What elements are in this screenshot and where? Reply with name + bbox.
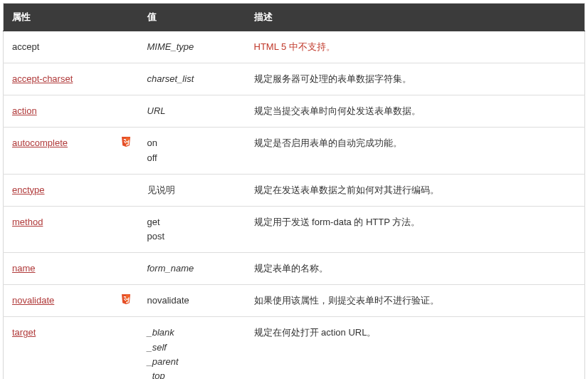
- attr-link-name[interactable]: name: [12, 263, 36, 274]
- attr-cell: accept-charset: [4, 63, 139, 95]
- attr-link-autocomplete[interactable]: autocomplete: [12, 137, 68, 148]
- attr-link-novalidate[interactable]: novalidate: [12, 295, 54, 306]
- attributes-table: 属性 值 描述 acceptMIME_typeHTML 5 中不支持。accep…: [3, 3, 585, 379]
- table-row: accept-charsetcharset_list规定服务器可处理的表单数据字…: [4, 63, 585, 95]
- value-cell: onoff: [139, 128, 246, 174]
- value-text: 见说明: [147, 183, 237, 197]
- attr-link-target[interactable]: target: [12, 327, 36, 338]
- value-cell: getpost: [139, 206, 246, 252]
- attr-link-enctype[interactable]: enctype: [12, 185, 45, 195]
- desc-text: 规定在何处打开 action URL。: [254, 327, 377, 338]
- table-row: actionURL规定当提交表单时向何处发送表单数据。: [4, 95, 585, 128]
- attr-cell: accept: [4, 31, 139, 63]
- desc-cell: HTML 5 中不支持。: [246, 31, 585, 63]
- value-text: MIME_type: [147, 40, 237, 54]
- value-cell: novalidate: [139, 285, 246, 317]
- value-cell: URL: [139, 95, 246, 128]
- attr-cell: action: [4, 95, 139, 128]
- desc-cell: 规定在何处打开 action URL。: [246, 317, 585, 379]
- value-text: _self: [147, 341, 237, 355]
- desc-text: 规定用于发送 form-data 的 HTTP 方法。: [254, 217, 421, 227]
- value-cell: _blank_self_parent_topframename: [139, 317, 246, 379]
- desc-cell: 规定是否启用表单的自动完成功能。: [246, 128, 585, 174]
- value-cell: charset_list: [139, 63, 246, 95]
- desc-cell: 规定用于发送 form-data 的 HTTP 方法。: [246, 206, 585, 252]
- attr-cell: autocomplete: [4, 128, 139, 174]
- desc-text: 规定表单的名称。: [254, 263, 328, 274]
- desc-text: 规定当提交表单时向何处发送表单数据。: [254, 105, 421, 116]
- value-cell: MIME_type: [139, 31, 246, 63]
- desc-text: 规定是否启用表单的自动完成功能。: [254, 137, 402, 148]
- attr-cell: target: [4, 317, 139, 379]
- desc-cell: 规定表单的名称。: [246, 253, 585, 285]
- table-row: enctype见说明规定在发送表单数据之前如何对其进行编码。: [4, 174, 585, 206]
- desc-cell: 规定在发送表单数据之前如何对其进行编码。: [246, 174, 585, 206]
- value-text: _blank: [147, 326, 237, 340]
- value-text: URL: [147, 104, 237, 118]
- value-text: get: [147, 215, 237, 229]
- desc-cell: 规定当提交表单时向何处发送表单数据。: [246, 95, 585, 128]
- value-text: charset_list: [147, 72, 237, 86]
- attr-text-accept: accept: [12, 41, 39, 52]
- desc-text: HTML 5 中不支持。: [254, 41, 335, 52]
- value-text: off: [147, 151, 237, 165]
- desc-cell: 如果使用该属性，则提交表单时不进行验证。: [246, 285, 585, 317]
- html5-badge-icon: [120, 136, 132, 147]
- value-text: post: [147, 229, 237, 244]
- attr-link-action[interactable]: action: [12, 105, 37, 116]
- table-header-row: 属性 值 描述: [4, 4, 585, 31]
- value-text: _top: [147, 369, 237, 379]
- table-row: target_blank_self_parent_topframename规定在…: [4, 317, 585, 379]
- attr-cell: name: [4, 253, 139, 285]
- header-desc: 描述: [246, 4, 585, 31]
- value-cell: form_name: [139, 253, 246, 285]
- value-text: novalidate: [147, 294, 237, 308]
- table-row: novalidatenovalidate如果使用该属性，则提交表单时不进行验证。: [4, 285, 585, 317]
- desc-text: 如果使用该属性，则提交表单时不进行验证。: [254, 295, 439, 306]
- attr-cell: enctype: [4, 174, 139, 206]
- value-text: _parent: [147, 355, 237, 369]
- table-row: nameform_name规定表单的名称。: [4, 253, 585, 285]
- value-cell: 见说明: [139, 174, 246, 206]
- table-row: methodgetpost规定用于发送 form-data 的 HTTP 方法。: [4, 206, 585, 252]
- table-row: acceptMIME_typeHTML 5 中不支持。: [4, 31, 585, 63]
- attr-link-accept-charset[interactable]: accept-charset: [12, 73, 73, 84]
- attr-link-method[interactable]: method: [12, 217, 43, 227]
- header-attr: 属性: [4, 4, 139, 31]
- attr-cell: novalidate: [4, 285, 139, 317]
- header-value: 值: [139, 4, 246, 31]
- value-text: on: [147, 136, 237, 150]
- desc-cell: 规定服务器可处理的表单数据字符集。: [246, 63, 585, 95]
- desc-text: 规定在发送表单数据之前如何对其进行编码。: [254, 185, 439, 195]
- html5-badge-icon: [120, 294, 132, 305]
- attr-cell: method: [4, 206, 139, 252]
- table-row: autocompleteonoff规定是否启用表单的自动完成功能。: [4, 128, 585, 174]
- value-text: form_name: [147, 261, 237, 276]
- desc-text: 规定服务器可处理的表单数据字符集。: [254, 73, 411, 84]
